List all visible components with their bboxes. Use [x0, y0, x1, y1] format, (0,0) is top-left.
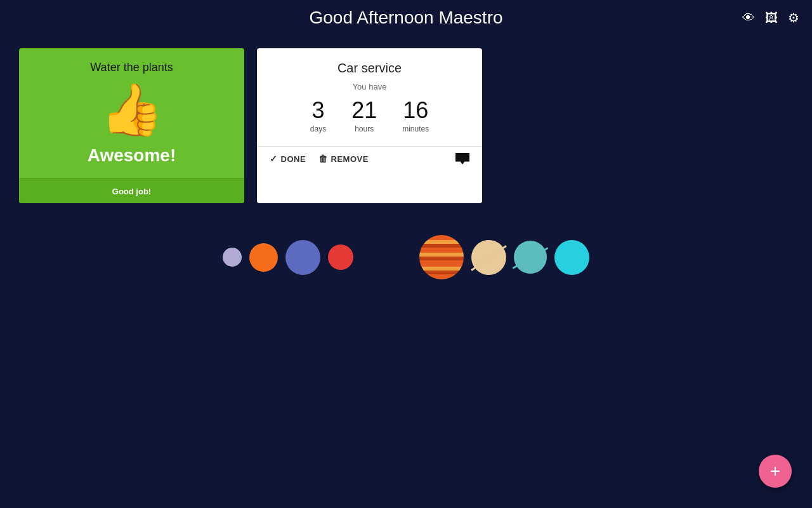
eye-icon[interactable]: 👁 — [742, 11, 755, 25]
planet-teal-wrap[interactable] — [514, 241, 547, 274]
comment-icon[interactable] — [455, 153, 469, 164]
car-service-title: Car service — [270, 61, 469, 76]
planet-red[interactable] — [328, 244, 353, 270]
image-icon[interactable]: 🖼 — [765, 11, 778, 25]
task-card-title: Water the plants — [90, 61, 173, 74]
settings-icon[interactable]: ⚙ — [788, 10, 799, 25]
planet-jupiter[interactable] — [419, 235, 464, 279]
main-content: Water the plants 👍 Awesome! Good job! Ca… — [0, 36, 812, 216]
planet-cyan[interactable] — [554, 240, 589, 275]
task-card-top: Water the plants 👍 Awesome! — [19, 48, 244, 178]
car-service-bottom: ✓ DONE 🗑 REMOVE — [257, 147, 482, 171]
countdown-minutes: 16 minutes — [402, 99, 429, 133]
planet-blue[interactable] — [285, 240, 320, 275]
trash-icon: 🗑 — [318, 154, 328, 164]
task-card[interactable]: Water the plants 👍 Awesome! Good job! — [19, 48, 244, 203]
add-icon: + — [770, 461, 780, 481]
page-title: Good Afternoon Maestro — [309, 8, 502, 28]
car-service-top: Car service You have 3 days 21 hours 16 … — [257, 48, 482, 147]
car-service-card: Car service You have 3 days 21 hours 16 … — [257, 48, 482, 203]
remove-label: REMOVE — [331, 154, 369, 164]
header-icons: 👁 🖼 ⚙ — [742, 10, 799, 25]
remove-button[interactable]: 🗑 REMOVE — [318, 154, 369, 164]
add-button[interactable]: + — [759, 455, 792, 488]
planet-orange[interactable] — [249, 243, 278, 272]
planets-row — [0, 216, 812, 298]
check-icon: ✓ — [270, 154, 278, 164]
countdown: 3 days 21 hours 16 minutes — [270, 99, 469, 133]
minutes-value: 16 — [403, 99, 428, 122]
done-button[interactable]: ✓ DONE — [270, 154, 306, 164]
planet-lavender[interactable] — [223, 248, 242, 267]
task-card-bottom: Good job! — [19, 178, 244, 203]
hours-label: hours — [355, 124, 374, 133]
countdown-days: 3 days — [310, 99, 326, 133]
header: Good Afternoon Maestro 👁 🖼 ⚙ — [0, 0, 812, 36]
countdown-hours: 21 hours — [351, 99, 377, 133]
planet-sand-wrap[interactable] — [471, 240, 506, 275]
days-value: 3 — [311, 99, 324, 122]
minutes-label: minutes — [402, 124, 429, 133]
done-label: DONE — [281, 154, 306, 164]
task-card-good-job-label: Good job! — [112, 187, 151, 196]
car-service-subtitle: You have — [270, 82, 469, 91]
hours-value: 21 — [351, 99, 377, 122]
thumbs-up-icon: 👍 — [100, 84, 164, 135]
days-label: days — [310, 124, 326, 133]
task-card-awesome: Awesome! — [88, 145, 176, 166]
